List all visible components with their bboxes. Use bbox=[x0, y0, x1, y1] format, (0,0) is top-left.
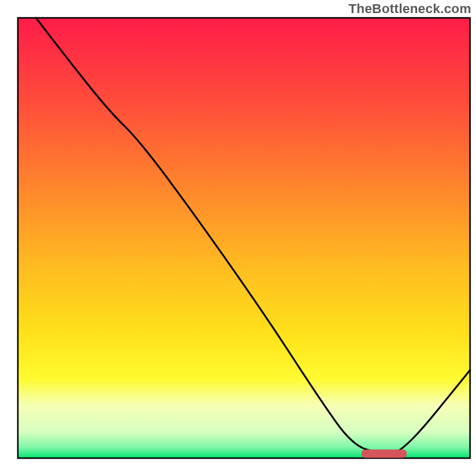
chart-stage: TheBottleneck.com bbox=[0, 0, 476, 476]
plot-background bbox=[18, 18, 470, 458]
bottleneck-chart bbox=[0, 0, 476, 476]
optimal-range-marker bbox=[362, 450, 407, 458]
